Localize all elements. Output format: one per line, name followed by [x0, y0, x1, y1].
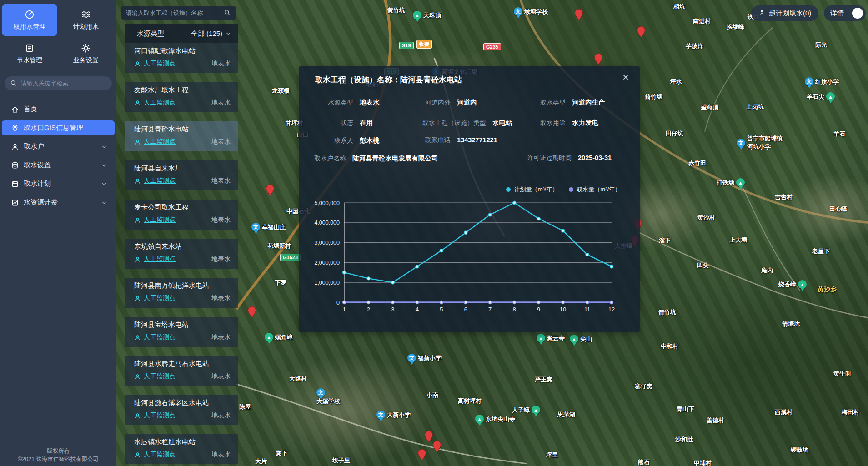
map-label: 田仔坑 — [666, 130, 683, 138]
detail-label: 详情 — [830, 9, 844, 18]
module-gauge[interactable]: 取用水管理 — [2, 4, 57, 36]
monitor-type-link[interactable]: 人工监测点 — [144, 216, 176, 224]
sidebar-item-db[interactable]: 取水设置 — [0, 156, 116, 175]
map-label: 陇下 — [276, 449, 287, 457]
svg-text:5,000,000: 5,000,000 — [314, 200, 340, 206]
station-list-item[interactable]: 友能水厂取水工程人工监测点地表水 — [125, 82, 238, 112]
modal-field: 水源类型地表水 — [328, 98, 380, 107]
person-icon — [134, 373, 141, 380]
red-map-pin[interactable] — [266, 184, 275, 198]
mountain-poi-icon: ▲ — [537, 334, 545, 342]
station-list-item[interactable]: 陆河县宝塔水电站人工监测点地表水 — [125, 317, 238, 347]
monitor-type-link[interactable]: 人工监测点 — [144, 372, 176, 381]
person-icon — [134, 139, 141, 145]
map-label: 赤竹田 — [688, 159, 706, 167]
sidebar: 取用水管理计划用水节水管理业务设置 首页取水口GIS信息管理取水户取水设置取水计… — [0, 0, 116, 466]
svg-text:3,000,000: 3,000,000 — [314, 240, 340, 246]
sidebar-search-input[interactable] — [21, 80, 103, 87]
map-label: 黄竹坑 — [387, 6, 405, 15]
person-icon — [134, 100, 141, 106]
sidebar-item-home[interactable]: 首页 — [0, 100, 116, 119]
monitor-type-link[interactable]: 人工监测点 — [144, 411, 176, 420]
field-value: 2025-03-31 — [578, 154, 612, 161]
toggle-knob-icon[interactable] — [852, 8, 863, 19]
map-label: 下罗 — [275, 279, 286, 287]
station-search[interactable] — [121, 6, 236, 20]
map-poi[interactable]: ▲东坑尖山寺 — [475, 415, 515, 423]
module-doc[interactable]: 节水管理 — [2, 37, 57, 70]
station-list-item[interactable]: 陆河县水唇走马石水电站人工监测点地表水 — [125, 356, 238, 386]
sidebar-item-pin[interactable]: 取水口GIS信息管理 — [0, 119, 116, 137]
app-root: 黄竹坑▲天珠顶文墩塘学校相坑南进村挨垅峰铁灶际光芋陂洋石船龙颈根甘坪村山口文高塘… — [0, 0, 868, 466]
flask-icon — [758, 9, 765, 18]
mountain-poi-icon: ▲ — [475, 415, 484, 423]
detail-toggle[interactable]: 详情 — [824, 5, 866, 21]
station-search-input[interactable] — [126, 10, 224, 16]
sidebar-search[interactable] — [5, 76, 112, 90]
map-poi[interactable]: 文红旗小学 — [805, 77, 839, 86]
monitor-type-link[interactable]: 人工监测点 — [144, 451, 176, 459]
map-poi[interactable]: 文墩塘学校 — [514, 7, 548, 16]
station-list-item[interactable]: 陆河县南万镇杞洋水电站人工监测点地表水 — [125, 278, 238, 308]
red-map-pin[interactable] — [432, 441, 442, 454]
filter-value-dropdown[interactable]: 全部 (125) — [191, 30, 231, 38]
mountain-poi-icon: ▲ — [265, 333, 273, 341]
map-poi[interactable]: 文大新小学 — [376, 411, 411, 419]
sidebar-item-user[interactable]: 取水户 — [0, 137, 116, 156]
svg-text:7: 7 — [488, 306, 492, 313]
station-list-item[interactable]: 陆河县激石溪老区水电站人工监测点地表水 — [125, 395, 238, 425]
station-list-item[interactable]: 麦卡公司取水工程人工监测点地表水 — [125, 200, 238, 230]
map-poi-label: 烧香嶂 — [778, 281, 796, 289]
svg-text:4,000,000: 4,000,000 — [314, 220, 340, 226]
station-list-item[interactable]: 东坑镇自来水站人工监测点地表水 — [125, 239, 238, 269]
map-poi-label: 红旗小学 — [815, 78, 839, 86]
monitor-type-link[interactable]: 人工监测点 — [144, 138, 176, 146]
over-plan-intake-label: 超计划取水(0) — [769, 9, 811, 18]
map-poi[interactable]: 烧香嶂▲ — [778, 280, 807, 289]
over-plan-intake-button[interactable]: 超计划取水(0) — [751, 5, 818, 21]
station-list-item[interactable]: 陆河县青砼水电站人工监测点地表水 — [125, 121, 238, 151]
person-icon — [134, 412, 141, 419]
svg-text:3: 3 — [391, 306, 394, 313]
red-map-pin[interactable] — [417, 449, 426, 462]
map-poi[interactable]: 打铁塘▲ — [717, 178, 745, 187]
station-name: 东坑镇自来水站 — [134, 242, 182, 251]
red-map-pin[interactable] — [637, 26, 646, 40]
map-poi[interactable]: ▲螺角嶂 — [265, 333, 293, 341]
svg-text:12: 12 — [608, 306, 615, 313]
red-map-pin[interactable] — [594, 53, 603, 67]
red-map-pin[interactable] — [574, 9, 583, 22]
map-poi[interactable]: 羊石尖▲ — [807, 92, 835, 101]
station-list-item[interactable]: 水唇镇水栏肚水电站人工监测点地表水 — [125, 434, 238, 464]
red-map-pin[interactable] — [424, 431, 433, 444]
map-poi[interactable]: 文福新小学 — [407, 354, 442, 362]
sidebar-item-fee[interactable]: 水资源计费 — [0, 193, 116, 212]
search-icon[interactable] — [224, 9, 231, 16]
map-poi[interactable]: 文普宁市船埔镇河坑小学 — [737, 135, 783, 151]
map-poi[interactable]: 文大溪学校 — [316, 388, 340, 406]
monitor-type-link[interactable]: 人工监测点 — [144, 294, 176, 302]
monitor-type-link[interactable]: 人工监测点 — [144, 177, 176, 185]
module-gear[interactable]: 业务设置 — [58, 37, 114, 70]
map-poi[interactable]: ▲天珠顶 — [413, 11, 441, 20]
map-poi[interactable]: ▲尖山 — [570, 335, 592, 343]
station-list-item[interactable]: 陆河县自来水厂人工监测点地表水 — [125, 160, 238, 190]
road-badge: 收费 — [416, 40, 432, 49]
station-list-item[interactable]: 河口镇唱歌潭水电站人工监测点地表水 — [125, 43, 238, 73]
map-poi-label: 羊石尖 — [807, 93, 824, 101]
close-icon[interactable]: × — [622, 72, 629, 83]
monitor-type-link[interactable]: 人工监测点 — [144, 255, 176, 263]
monitor-type-link[interactable]: 人工监测点 — [144, 333, 176, 341]
map-poi-label: 人子嶂 — [512, 406, 530, 414]
sidebar-item-plan[interactable]: 取水计划 — [0, 175, 116, 193]
red-map-pin[interactable] — [247, 306, 256, 320]
module-waves[interactable]: 计划用水 — [58, 4, 114, 36]
map-label: 老屋下 — [812, 247, 830, 256]
monitor-type-link[interactable]: 人工监测点 — [144, 60, 176, 68]
map-poi[interactable]: 人子嶂▲ — [512, 406, 540, 414]
monitor-type-link[interactable]: 人工监测点 — [144, 99, 176, 107]
modal-field: 取水户名称陆河县青砼水电发展有限公司 — [314, 154, 438, 163]
map-poi[interactable]: ▲聚云寺 — [537, 334, 565, 342]
map-poi[interactable]: 文幸福山庄 — [251, 223, 286, 231]
field-label: 河道内外 — [425, 99, 451, 107]
